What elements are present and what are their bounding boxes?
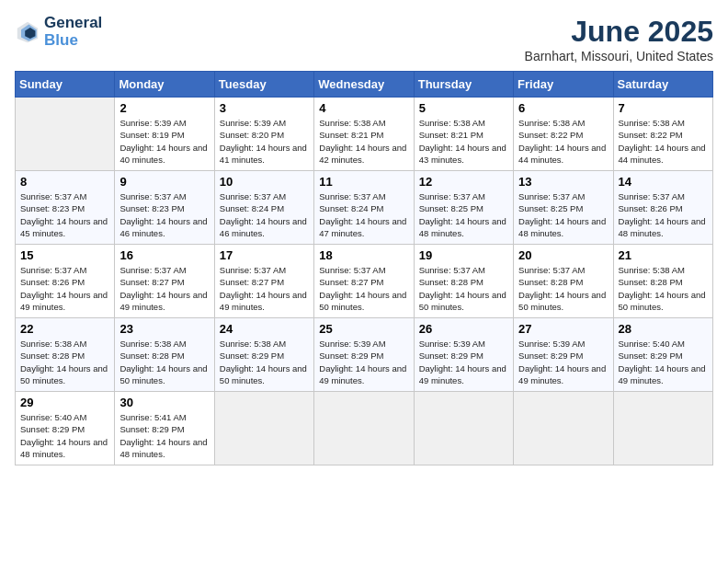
calendar-cell: 7Sunrise: 5:38 AMSunset: 8:22 PMDaylight…	[613, 98, 712, 171]
calendar-cell	[314, 392, 414, 465]
calendar-cell	[16, 98, 115, 171]
day-detail: Sunrise: 5:37 AMSunset: 8:27 PMDaylight:…	[119, 264, 209, 313]
calendar-cell: 18Sunrise: 5:37 AMSunset: 8:27 PMDayligh…	[314, 245, 414, 318]
calendar-cell: 6Sunrise: 5:38 AMSunset: 8:22 PMDaylight…	[514, 98, 613, 171]
weekday-header: Friday	[514, 72, 613, 98]
calendar-cell: 27Sunrise: 5:39 AMSunset: 8:29 PMDayligh…	[514, 318, 613, 392]
day-detail: Sunrise: 5:38 AMSunset: 8:22 PMDaylight:…	[518, 117, 608, 166]
day-detail: Sunrise: 5:39 AMSunset: 8:29 PMDaylight:…	[319, 338, 408, 386]
calendar-cell: 9Sunrise: 5:37 AMSunset: 8:23 PMDaylight…	[115, 171, 214, 245]
calendar-cell	[514, 392, 613, 465]
calendar-cell: 2Sunrise: 5:39 AMSunset: 8:19 PMDaylight…	[115, 98, 214, 171]
day-number: 19	[419, 248, 508, 262]
logo: General Blue	[15, 15, 102, 49]
calendar-cell: 23Sunrise: 5:38 AMSunset: 8:28 PMDayligh…	[115, 318, 214, 392]
day-detail: Sunrise: 5:37 AMSunset: 8:23 PMDaylight:…	[119, 190, 209, 239]
day-number: 20	[518, 248, 608, 262]
day-detail: Sunrise: 5:38 AMSunset: 8:29 PMDaylight:…	[220, 338, 309, 386]
calendar-cell: 22Sunrise: 5:38 AMSunset: 8:28 PMDayligh…	[16, 318, 115, 392]
calendar-cell: 8Sunrise: 5:37 AMSunset: 8:23 PMDaylight…	[16, 171, 115, 245]
day-detail: Sunrise: 5:37 AMSunset: 8:25 PMDaylight:…	[419, 190, 508, 239]
calendar-header-row: SundayMondayTuesdayWednesdayThursdayFrid…	[16, 72, 713, 98]
title-area: June 2025 Barnhart, Missouri, United Sta…	[525, 15, 713, 63]
month-title: June 2025	[525, 15, 713, 49]
day-number: 13	[518, 175, 608, 189]
day-number: 15	[20, 248, 109, 262]
calendar-cell	[613, 392, 712, 465]
day-number: 3	[220, 101, 309, 115]
calendar-cell: 28Sunrise: 5:40 AMSunset: 8:29 PMDayligh…	[613, 318, 712, 392]
day-detail: Sunrise: 5:38 AMSunset: 8:28 PMDaylight:…	[20, 338, 109, 386]
day-detail: Sunrise: 5:39 AMSunset: 8:19 PMDaylight:…	[119, 117, 209, 166]
day-detail: Sunrise: 5:37 AMSunset: 8:23 PMDaylight:…	[20, 190, 109, 239]
day-number: 9	[119, 175, 209, 189]
day-detail: Sunrise: 5:40 AMSunset: 8:29 PMDaylight:…	[619, 338, 708, 386]
weekday-header: Sunday	[16, 72, 115, 98]
day-number: 28	[619, 322, 708, 336]
calendar-cell: 5Sunrise: 5:38 AMSunset: 8:21 PMDaylight…	[414, 98, 513, 171]
day-detail: Sunrise: 5:39 AMSunset: 8:20 PMDaylight:…	[220, 117, 309, 166]
calendar-week-row: 15Sunrise: 5:37 AMSunset: 8:26 PMDayligh…	[16, 245, 713, 318]
day-detail: Sunrise: 5:38 AMSunset: 8:28 PMDaylight:…	[619, 264, 708, 313]
calendar-cell: 14Sunrise: 5:37 AMSunset: 8:26 PMDayligh…	[613, 171, 712, 245]
day-detail: Sunrise: 5:37 AMSunset: 8:28 PMDaylight:…	[419, 264, 508, 313]
calendar-cell: 19Sunrise: 5:37 AMSunset: 8:28 PMDayligh…	[414, 245, 513, 318]
day-detail: Sunrise: 5:41 AMSunset: 8:29 PMDaylight:…	[119, 411, 209, 460]
calendar-cell: 3Sunrise: 5:39 AMSunset: 8:20 PMDaylight…	[214, 98, 313, 171]
day-number: 24	[220, 322, 309, 336]
day-number: 17	[220, 248, 309, 262]
day-detail: Sunrise: 5:37 AMSunset: 8:28 PMDaylight:…	[518, 264, 608, 313]
calendar-cell: 17Sunrise: 5:37 AMSunset: 8:27 PMDayligh…	[214, 245, 313, 318]
day-detail: Sunrise: 5:38 AMSunset: 8:28 PMDaylight:…	[119, 338, 209, 386]
day-detail: Sunrise: 5:38 AMSunset: 8:21 PMDaylight:…	[319, 117, 408, 166]
day-detail: Sunrise: 5:37 AMSunset: 8:26 PMDaylight:…	[619, 190, 708, 239]
day-number: 6	[518, 101, 608, 115]
day-number: 30	[119, 396, 209, 409]
calendar-cell: 10Sunrise: 5:37 AMSunset: 8:24 PMDayligh…	[214, 171, 313, 245]
day-detail: Sunrise: 5:37 AMSunset: 8:27 PMDaylight:…	[319, 264, 408, 313]
day-number: 22	[20, 322, 109, 336]
day-detail: Sunrise: 5:39 AMSunset: 8:29 PMDaylight:…	[518, 338, 608, 386]
calendar-cell	[214, 392, 313, 465]
day-detail: Sunrise: 5:38 AMSunset: 8:22 PMDaylight:…	[619, 117, 708, 166]
day-number: 5	[419, 101, 508, 115]
calendar-cell: 29Sunrise: 5:40 AMSunset: 8:29 PMDayligh…	[16, 392, 115, 465]
day-detail: Sunrise: 5:40 AMSunset: 8:29 PMDaylight:…	[20, 411, 109, 460]
header: General Blue June 2025 Barnhart, Missour…	[15, 15, 713, 63]
weekday-header: Tuesday	[214, 72, 313, 98]
day-number: 25	[319, 322, 408, 336]
calendar-cell: 13Sunrise: 5:37 AMSunset: 8:25 PMDayligh…	[514, 171, 613, 245]
location-title: Barnhart, Missouri, United States	[525, 49, 713, 63]
calendar-cell: 26Sunrise: 5:39 AMSunset: 8:29 PMDayligh…	[414, 318, 513, 392]
day-detail: Sunrise: 5:37 AMSunset: 8:26 PMDaylight:…	[20, 264, 109, 313]
day-detail: Sunrise: 5:39 AMSunset: 8:29 PMDaylight:…	[419, 338, 508, 386]
day-number: 8	[20, 175, 109, 189]
day-detail: Sunrise: 5:38 AMSunset: 8:21 PMDaylight:…	[419, 117, 508, 166]
calendar-body: 2Sunrise: 5:39 AMSunset: 8:19 PMDaylight…	[16, 98, 713, 465]
calendar-week-row: 2Sunrise: 5:39 AMSunset: 8:19 PMDaylight…	[16, 98, 713, 171]
calendar-week-row: 22Sunrise: 5:38 AMSunset: 8:28 PMDayligh…	[16, 318, 713, 392]
day-number: 21	[619, 248, 708, 262]
calendar-cell: 16Sunrise: 5:37 AMSunset: 8:27 PMDayligh…	[115, 245, 214, 318]
day-number: 23	[119, 322, 209, 336]
day-number: 10	[220, 175, 309, 189]
calendar-cell: 21Sunrise: 5:38 AMSunset: 8:28 PMDayligh…	[613, 245, 712, 318]
weekday-header: Thursday	[414, 72, 513, 98]
day-number: 2	[119, 101, 209, 115]
calendar-week-row: 8Sunrise: 5:37 AMSunset: 8:23 PMDaylight…	[16, 171, 713, 245]
day-detail: Sunrise: 5:37 AMSunset: 8:24 PMDaylight:…	[220, 190, 309, 239]
calendar-cell: 20Sunrise: 5:37 AMSunset: 8:28 PMDayligh…	[514, 245, 613, 318]
day-number: 26	[419, 322, 508, 336]
day-number: 27	[518, 322, 608, 336]
day-number: 12	[419, 175, 508, 189]
calendar-cell: 11Sunrise: 5:37 AMSunset: 8:24 PMDayligh…	[314, 171, 414, 245]
day-number: 14	[619, 175, 708, 189]
weekday-header: Saturday	[613, 72, 712, 98]
calendar-cell: 15Sunrise: 5:37 AMSunset: 8:26 PMDayligh…	[16, 245, 115, 318]
weekday-header: Monday	[115, 72, 214, 98]
calendar-table: SundayMondayTuesdayWednesdayThursdayFrid…	[15, 71, 713, 465]
day-detail: Sunrise: 5:37 AMSunset: 8:25 PMDaylight:…	[518, 190, 608, 239]
weekday-header: Wednesday	[314, 72, 414, 98]
day-number: 7	[619, 101, 708, 115]
day-number: 18	[319, 248, 408, 262]
